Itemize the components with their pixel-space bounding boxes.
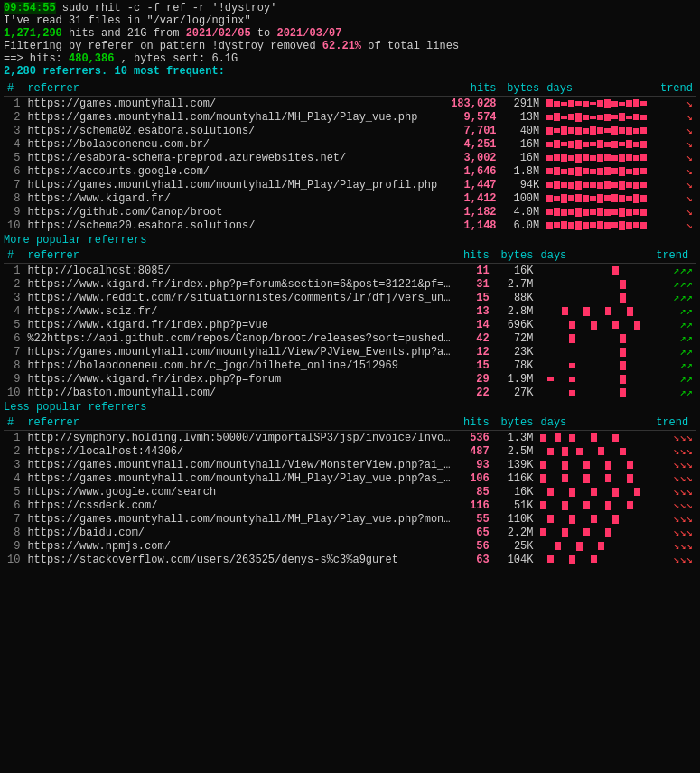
bar-segment: [555, 505, 561, 507]
bar-segment: [620, 348, 626, 357]
bar-segment: [576, 559, 583, 561]
row-hits: 9,574: [441, 110, 499, 124]
bar-segment: [626, 182, 632, 188]
read-text: I've read 31 files in "/var/log/nginx": [4, 14, 251, 27]
table-row: 3https://games.mountyhall.com/mountyhall…: [4, 458, 696, 471]
row-trend: ↗↗↗: [652, 277, 696, 291]
bar-segment: [547, 324, 554, 326]
bar-segment: [554, 196, 560, 201]
bar-segment: [634, 464, 640, 466]
bar-segment: [619, 154, 625, 162]
row-bytes: 6.0M: [500, 219, 544, 232]
bar-segment: [605, 365, 611, 367]
bar-segment: [575, 208, 582, 217]
bar-segment: [576, 378, 583, 380]
table-row: 2https://localhost:44306/4872.5M↘↘↘: [4, 444, 696, 458]
row-num: 4: [4, 471, 23, 485]
bar-segment: [562, 474, 568, 482]
bar-chart: [540, 433, 649, 442]
bar-segment: [562, 559, 568, 561]
bar-segment: [597, 208, 603, 216]
bar-segment: [591, 284, 597, 285]
bar-chart: [546, 154, 653, 163]
bar-segment: [583, 528, 590, 536]
bar-segment: [626, 127, 632, 135]
bar-segment: [627, 474, 633, 483]
bar-segment: [555, 297, 561, 299]
row-trend: ↘: [657, 164, 696, 178]
row-hits: 3,002: [441, 151, 499, 164]
bar-segment: [633, 128, 639, 134]
bar-segment: [561, 126, 567, 135]
bar-segment: [612, 311, 619, 312]
bar-chart: [540, 321, 649, 330]
bar-segment: [583, 461, 590, 469]
referrers-label: referrers. 10 most frequent:: [42, 65, 225, 78]
bytes-filtered: 6.1G: [211, 52, 238, 65]
bar-segment: [611, 126, 618, 135]
bar-segment: [598, 392, 604, 394]
bar-segment: [576, 532, 583, 534]
bar-segment: [575, 101, 582, 106]
bar-segment: [540, 474, 546, 483]
bar-segment: [612, 464, 619, 466]
row-hits: 56: [457, 539, 492, 553]
stats-to: to: [257, 27, 277, 40]
bar-segment: [555, 270, 561, 272]
row-bytes: 2.2M: [493, 526, 537, 539]
bar-segment: [612, 478, 619, 480]
bar-segment: [540, 297, 546, 299]
bar-segment: [555, 324, 561, 326]
bar-segment: [569, 284, 575, 285]
row-num: 6: [4, 331, 23, 345]
row-num: 1: [4, 264, 23, 278]
bar-segment: [547, 545, 554, 547]
bar-segment: [627, 451, 633, 452]
command-text: sudo rhit -c -f ref -r '!dystroy': [62, 2, 277, 14]
row-bytes: 16M: [500, 137, 544, 151]
table-row: 9https://www.kigard.fr/index.php?p=forum…: [4, 372, 696, 386]
bar-chart: [540, 515, 649, 524]
row-trend: ↗↗: [652, 304, 696, 318]
bar-segment: [612, 434, 619, 442]
table-row: 4https://games.mountyhall.com/mountyhall…: [4, 471, 696, 485]
bar-segment: [540, 311, 546, 312]
bar-segment: [562, 518, 568, 520]
row-num: 1: [4, 431, 23, 445]
bar-segment: [555, 491, 561, 493]
row-referrer: https://games.mountyhall.com/mountyhall/…: [23, 178, 441, 191]
row-hits: 15: [457, 291, 492, 304]
command-line: 09:54:55 sudo rhit -c -f ref -r '!dystro…: [4, 2, 696, 14]
bar-segment: [569, 321, 575, 329]
bar-segment: [555, 284, 561, 285]
row-bytes: 25K: [493, 539, 537, 553]
row-bytes: 1.9M: [493, 372, 537, 386]
row-bytes: 1.8M: [500, 164, 544, 178]
row-days: [543, 164, 657, 178]
bar-segment: [605, 491, 611, 493]
bar-segment: [604, 142, 611, 147]
row-trend: ↘↘↘: [652, 485, 696, 498]
bar-segment: [569, 297, 575, 299]
bar-segment: [569, 532, 575, 534]
bar-segment: [554, 222, 560, 228]
row-num: 10: [4, 386, 23, 399]
row-referrer: https://games.mountyhall.com/mountyhall/…: [23, 345, 457, 359]
bar-segment: [591, 321, 597, 330]
bar-segment: [634, 505, 640, 507]
bar-segment: [569, 390, 575, 396]
row-num: 9: [4, 372, 23, 386]
row-hits: 1,646: [441, 164, 499, 178]
bar-segment: [590, 169, 596, 174]
bar-segment: [576, 437, 583, 439]
row-hits: 1,148: [441, 219, 499, 232]
row-bytes: 16K: [493, 264, 537, 278]
row-trend: ↘: [657, 137, 696, 151]
date-to: 2021/03/07: [276, 27, 341, 40]
row-days: [543, 205, 657, 219]
bar-segment: [569, 334, 575, 343]
bar-segment: [620, 437, 626, 439]
bar-segment: [634, 392, 640, 394]
bar-segment: [569, 545, 575, 547]
bar-segment: [569, 555, 575, 564]
